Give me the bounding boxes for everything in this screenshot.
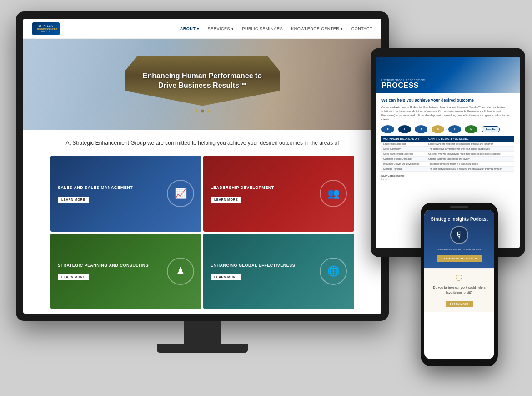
phone-screen: Strategic Insights Podcast 🎙 Available o… [424,210,494,359]
intro-text: At Strategic Enhancement Group we are co… [60,139,345,147]
card-sales[interactable]: SALES AND SALES MANAGEMENT LEARN MORE 📈 [50,156,201,231]
tablet-body-text: As we work with you to Bridge the Gap be… [381,105,514,122]
card-strategic-content: STRATEGIC PLANNING AND CONSULTING LEARN … [58,263,162,280]
card-strategic-title: STRATEGIC PLANNING AND CONSULTING [58,263,162,269]
hero-banner: Enhancing Human Performance to Drive Bus… [125,56,280,113]
table-row: Individual Growth and Development Tools … [381,162,514,167]
charity-learn-btn[interactable]: LEARN MORE [446,301,473,307]
result-4: Greater customer satisfaction and loyalt… [427,157,514,162]
step-focus: F [381,125,394,133]
arrow-2: › [412,127,414,132]
phone-charity-section: 🛡 Do you believe our work could help a f… [424,268,494,312]
step-reinforce: R [448,125,461,133]
step-develop: D [432,125,444,133]
area-1: Leadership Excellence [381,142,427,147]
sep-label: SEP Components [381,174,514,177]
area-4: Customer Service Distinction [381,157,427,162]
phone: Strategic Insights Podcast 🎙 Available o… [421,203,498,376]
nav-bar: STRATEGIC Enhancement GROUP ABOUT ▾ SERV… [23,19,381,39]
result-5: Tools for progressing faster in a succes… [427,162,514,167]
strategic-icon: ♟ [167,258,194,285]
hero-dot-2[interactable] [201,110,204,113]
card-sales-content: SALES AND SALES MANAGEMENT LEARN MORE [58,185,162,203]
results-badge: Results [482,126,500,132]
area-3: Sales Management Expertise [381,152,427,157]
step-identify: I [398,125,411,133]
phone-charity-text: Do you believe our work could help a fav… [429,285,490,295]
card-global-btn[interactable]: LEARN MORE [211,274,241,280]
nav-links: ABOUT ▾ SERVICES ▾ PUBLIC SEMINARS KNOWL… [180,26,372,31]
arrow-5: › [462,127,464,132]
hero-shield: Enhancing Human Performance to Drive Bus… [125,56,280,106]
step-assess: A [415,125,427,133]
card-leadership-title: LEADERSHIP DEVELOPMENT [211,185,315,191]
table-header-result: GAIN THE RESULTS YOU DESIRE: [427,136,514,142]
card-leadership-content: LEADERSHIP DEVELOPMENT LEARN MORE [211,185,315,203]
phone-podcast-title: Strategic Insights Podcast [431,216,488,222]
tablet-section-title: We can help you achieve your desired out… [381,98,514,102]
hero-dot-3[interactable] [207,110,210,113]
nav-seminars[interactable]: PUBLIC SEMINARS [242,26,283,31]
tablet-hero: Performance Enhancement PROCESS [376,57,520,93]
logo-line2: Enhancement [35,27,57,30]
arrow-4: › [446,127,447,132]
table-row: Customer Service Distinction Greater cus… [381,157,514,162]
tablet-table: WORKING IN THE AREAS OF: GAIN THE RESULT… [381,136,514,172]
phone-podcast-sub: Available on iTunes, SoundCloud or [437,248,481,252]
card-global[interactable]: ENHANCING GLOBAL EFFECTIVENESS LEARN MOR… [203,234,354,309]
hero-title: Enhancing Human Performance to Drive Bus… [139,71,266,91]
podcast-icon: 🎙 [450,226,468,244]
hero-section: Enhancing Human Performance to Drive Bus… [23,39,381,130]
logo-box: STRATEGIC Enhancement GROUP [32,22,60,35]
monitor-outer: STRATEGIC Enhancement GROUP ABOUT ▾ SERV… [16,11,389,321]
phone-podcast-section: Strategic Insights Podcast 🎙 Available o… [424,210,494,268]
arrow-6: › [479,127,480,132]
table-header-area: WORKING IN THE AREAS OF: [381,136,427,142]
tablet-process-row: F › I › A › D › R › M › Results [381,125,514,133]
area-5: Individual Growth and Development [381,162,427,167]
result-2: The competitive advantage that only your… [427,147,514,152]
card-global-title: ENHANCING GLOBAL EFFECTIVENESS [211,263,315,269]
intro-section: At Strategic Enhancement Group we are co… [23,130,381,152]
website: STRATEGIC Enhancement GROUP ABOUT ▾ SERV… [23,19,381,314]
hero-dot-1[interactable] [195,110,198,113]
logo-line3: GROUP [41,30,50,33]
leadership-icon: 👥 [320,180,347,207]
card-sales-btn[interactable]: LEARN MORE [58,197,89,203]
sales-icon: 📈 [167,180,194,207]
result-1: Leaders who are ready for the challenges… [427,142,514,147]
result-3: Coaches who will know how to make their … [427,152,514,157]
card-leadership-btn[interactable]: LEARN MORE [211,197,241,203]
arrow-3: › [429,127,430,132]
nav-knowledge[interactable]: KNOWLEDGE CENTER ▾ [291,26,343,31]
card-strategic[interactable]: STRATEGIC PLANNING AND CONSULTING LEARN … [50,234,201,309]
hero-dots [125,110,280,113]
table-row: Sales Management Expertise Coaches who w… [381,152,514,157]
monitor-stand-base [157,344,248,353]
tablet-hero-label: Performance Enhancement [381,78,514,81]
table-row: Sales Superiority The competitive advant… [381,147,514,152]
card-leadership[interactable]: LEADERSHIP DEVELOPMENT LEARN MORE 👥 [203,156,354,231]
tablet-hero-title: PROCESS [381,81,514,90]
card-strategic-btn[interactable]: LEARN MORE [58,274,89,280]
charity-icon: 🛡 [429,274,490,284]
step-measure: M [465,125,477,133]
card-global-content: ENHANCING GLOBAL EFFECTIVENESS LEARN MOR… [211,263,315,280]
table-row: Strategic Planning The plan that will gu… [381,167,514,172]
area-2: Sales Superiority [381,147,427,152]
table-row: Leadership Excellence Leaders who are re… [381,142,514,147]
nav-services[interactable]: SERVICES ▾ [208,26,234,31]
card-sales-title: SALES AND SALES MANAGEMENT [58,185,162,191]
phone-outer: Strategic Insights Podcast 🎙 Available o… [421,203,498,366]
cards-grid: SALES AND SALES MANAGEMENT LEARN MORE 📈 … [23,152,381,314]
global-icon: 🌐 [320,258,347,285]
monitor: STRATEGIC Enhancement GROUP ABOUT ▾ SERV… [16,11,389,366]
nav-contact[interactable]: CONTACT [351,26,372,31]
area-6: Strategic Planning [381,167,427,172]
result-6: The plan that will guide you to realizin… [427,167,514,172]
podcast-listen-btn[interactable]: CLICK NOW TO LISTEN [437,255,481,262]
arrow-1: › [396,127,397,132]
nav-about[interactable]: ABOUT ▾ [180,26,200,31]
tablet-content: We can help you achieve your desired out… [376,93,520,185]
monitor-stand-neck [184,321,221,344]
